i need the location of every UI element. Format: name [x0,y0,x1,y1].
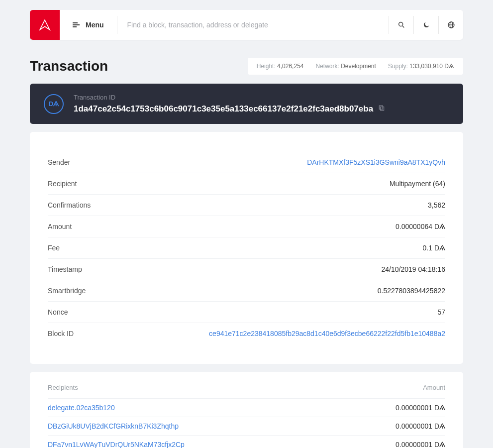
detail-label: Sender [48,158,70,166]
detail-row: Nonce57 [48,302,445,323]
detail-value: 3,562 [428,201,445,209]
recipient-row: DFa7vn1LvWAyTuVDrQUr5NKaM73cfjx2Cp0.0000… [48,435,445,448]
transaction-icon: DѦ [44,94,64,114]
globe-icon [447,21,455,29]
detail-row: SenderDArHKTMXf3F5zXS1i3GSwni9aA8TX1yQvh [48,152,445,173]
detail-label: Amount [48,223,72,230]
top-bar: Menu [30,10,463,40]
svg-rect-6 [379,106,383,109]
detail-row: Block IDce941e71c2e238418085fb29ac8d1c40… [48,323,445,344]
detail-row: RecipientMultipayment (64) [48,173,445,195]
detail-label: Smartbridge [48,287,86,295]
recipient-row: delegate.02ca35b1200.00000001 DѦ [48,398,445,417]
svg-rect-5 [381,107,384,111]
detail-row: Amount0.00000064 DѦ [48,216,445,237]
search-icon [397,21,405,29]
recipient-amount: 0.00000001 DѦ [395,422,445,430]
transaction-header-card: DѦ Transaction ID 1da47ce2c54c1753c6b06c… [30,84,463,124]
network-button[interactable] [438,16,463,34]
stat-network-label: Network: [315,63,339,70]
recipients-card: Recipients Amount delegate.02ca35b1200.0… [30,372,463,448]
detail-label: Fee [48,244,60,252]
network-stats: Height: 4,026,254 Network: Development S… [248,58,463,75]
transaction-id-value: 1da47ce2c54c1753c6b06c9071c3e35e5a133ec6… [74,104,373,114]
recipient-address-link[interactable]: DFa7vn1LvWAyTuVDrQUr5NKaM73cfjx2Cp [48,441,185,448]
stat-supply-value: 133,030,910 DѦ [409,63,454,70]
detail-link-value[interactable]: ce941e71c2e238418085fb29ac8d1c40e6d9f3ec… [209,330,445,337]
logo-icon [38,18,51,31]
detail-value: 57 [437,308,445,316]
search-wrap [117,20,389,29]
recipient-amount: 0.00000001 DѦ [395,441,445,448]
stat-supply-label: Supply: [388,63,408,70]
detail-value: 24/10/2019 04:18:16 [382,265,445,273]
detail-row: Timestamp24/10/2019 04:18:16 [48,259,445,280]
recipients-head-amount: Amount [423,384,445,391]
menu-button[interactable]: Menu [60,16,117,34]
detail-value: 0.5227803894425822 [378,287,445,295]
transaction-id-label: Transaction ID [74,94,449,101]
detail-value: 0.1 DѦ [423,244,445,252]
svg-line-1 [402,26,404,27]
recipients-head-address: Recipients [48,384,78,391]
recipient-address-link[interactable]: delegate.02ca35b120 [48,404,115,412]
detail-row: Smartbridge0.5227803894425822 [48,280,445,302]
recipient-address-link[interactable]: DBzGiUk8UVjB2dKCfGRixknB7Ki3Zhqthp [48,422,179,430]
search-input[interactable] [127,21,379,29]
copy-icon [378,105,385,112]
stat-height-value: 4,026,254 [277,63,303,70]
page-title: Transaction [30,58,108,74]
logo[interactable] [30,10,60,40]
search-button[interactable] [389,16,413,34]
copy-button[interactable] [378,105,385,113]
detail-label: Block ID [48,330,74,337]
detail-value: Multipayment (64) [390,180,445,188]
menu-icon [73,22,80,27]
detail-link-value[interactable]: DArHKTMXf3F5zXS1i3GSwni9aA8TX1yQvh [307,158,445,166]
stat-network-value: Development [341,63,376,70]
detail-label: Nonce [48,308,68,316]
detail-row: Fee0.1 DѦ [48,237,445,259]
detail-label: Timestamp [48,265,82,273]
menu-label: Menu [86,21,104,29]
stat-height-label: Height: [257,63,276,70]
svg-point-0 [398,22,402,26]
recipient-row: DBzGiUk8UVjB2dKCfGRixknB7Ki3Zhqthp0.0000… [48,417,445,435]
header-row: Transaction Height: 4,026,254 Network: D… [30,58,463,75]
details-card: SenderDArHKTMXf3F5zXS1i3GSwni9aA8TX1yQvh… [30,132,463,364]
moon-icon [422,21,430,29]
detail-label: Confirmations [48,201,91,209]
recipient-amount: 0.00000001 DѦ [395,404,445,412]
theme-toggle[interactable] [413,16,438,34]
detail-value: 0.00000064 DѦ [395,223,445,230]
detail-label: Recipient [48,180,77,188]
detail-row: Confirmations3,562 [48,195,445,216]
